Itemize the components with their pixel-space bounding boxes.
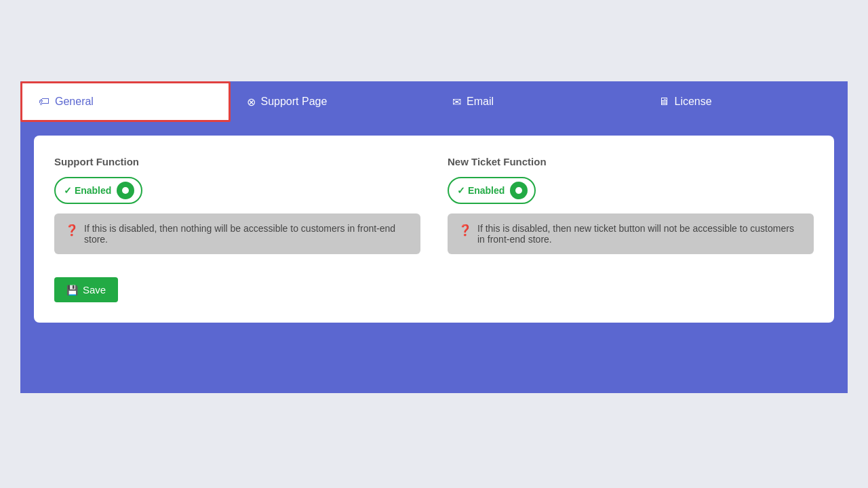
new-ticket-function-title: New Ticket Function — [448, 156, 814, 167]
new-ticket-function-block: New Ticket Function ✓ Enabled ❓ If this … — [448, 156, 814, 254]
tab-email[interactable]: ✉ Email — [436, 81, 642, 122]
support-function-info-text: If this is disabled, then nothing will b… — [84, 223, 410, 245]
tab-support-page[interactable]: ⊗ Support Page — [231, 81, 437, 122]
circle-x-icon: ⊗ — [247, 96, 256, 108]
info-icon-support: ❓ — [65, 224, 79, 237]
tabs-bar: 🏷 General ⊗ Support Page ✉ Email 🖥 Licen… — [20, 81, 848, 122]
monitor-icon: 🖥 — [658, 96, 669, 108]
tab-general-label: General — [55, 96, 94, 108]
email-icon: ✉ — [452, 96, 461, 108]
main-container: 🏷 General ⊗ Support Page ✉ Email 🖥 Licen… — [20, 81, 848, 393]
new-ticket-function-info-text: If this is disabled, then new ticket but… — [477, 223, 803, 245]
tab-support-page-label: Support Page — [261, 96, 328, 108]
support-function-title: Support Function — [54, 156, 420, 167]
save-label: Save — [83, 284, 106, 296]
support-function-info: ❓ If this is disabled, then nothing will… — [54, 214, 420, 254]
content-area: Support Function ✓ Enabled ❓ If this is … — [20, 122, 848, 393]
tag-icon: 🏷 — [39, 96, 50, 108]
support-toggle-label: ✓ Enabled — [64, 185, 111, 196]
settings-card: Support Function ✓ Enabled ❓ If this is … — [34, 136, 834, 323]
save-icon: 💾 — [66, 285, 78, 296]
tab-general[interactable]: 🏷 General — [20, 81, 231, 122]
info-icon-ticket: ❓ — [458, 224, 472, 237]
new-ticket-function-info: ❓ If this is disabled, then new ticket b… — [448, 214, 814, 254]
functions-row: Support Function ✓ Enabled ❓ If this is … — [54, 156, 814, 254]
support-toggle-circle — [117, 182, 134, 199]
new-ticket-toggle-label: ✓ Enabled — [457, 185, 505, 196]
tab-license[interactable]: 🖥 License — [642, 81, 848, 122]
new-ticket-function-toggle[interactable]: ✓ Enabled — [448, 177, 536, 204]
tab-license-label: License — [675, 96, 712, 108]
support-function-toggle[interactable]: ✓ Enabled — [54, 177, 142, 204]
support-function-block: Support Function ✓ Enabled ❓ If this is … — [54, 156, 420, 254]
new-ticket-toggle-circle — [510, 182, 528, 199]
tab-email-label: Email — [467, 96, 494, 108]
save-button[interactable]: 💾 Save — [54, 277, 118, 302]
